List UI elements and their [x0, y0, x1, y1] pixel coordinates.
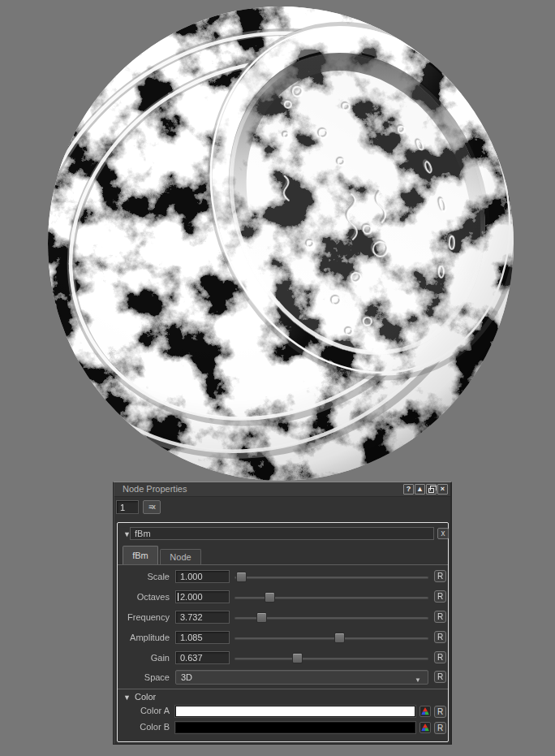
reset-button[interactable]: R: [434, 651, 446, 663]
param-slider[interactable]: [234, 596, 428, 598]
param-row-scale: Scale1.000R: [118, 570, 448, 590]
rgb-triangle-icon: [421, 724, 429, 732]
maximize-button[interactable]: ▲: [415, 484, 425, 495]
float-button[interactable]: [426, 484, 437, 495]
param-value-input[interactable]: 2.000: [175, 590, 230, 603]
param-label: Octaves: [118, 592, 170, 602]
slider-handle[interactable]: [236, 572, 247, 582]
color-picker-button[interactable]: [419, 722, 431, 733]
slider-handle[interactable]: [292, 653, 303, 663]
color-row-a: Color AR: [118, 706, 448, 722]
help-button[interactable]: ?: [403, 484, 414, 495]
param-label: Gain: [118, 653, 170, 663]
param-label: Scale: [118, 572, 170, 581]
param-row-gain: Gain0.637R: [118, 651, 448, 672]
reset-button[interactable]: R: [434, 631, 446, 643]
param-value-input[interactable]: 0.637: [175, 651, 230, 664]
color-section: ▼ Color Color ARColor BR: [118, 689, 448, 741]
param-value: 1.000: [180, 572, 203, 581]
color-row-b: Color BR: [118, 722, 448, 738]
node-name-input[interactable]: [130, 527, 434, 540]
slider-handle[interactable]: [334, 633, 345, 643]
close-button[interactable]: ×: [437, 484, 448, 495]
reset-button[interactable]: R: [434, 590, 446, 603]
tab-fbm[interactable]: fBm: [123, 546, 158, 564]
collapse-arrow-icon[interactable]: ▼: [123, 693, 131, 702]
color-swatch[interactable]: [175, 722, 415, 733]
param-slider[interactable]: [234, 657, 428, 659]
param-value: 2.000: [180, 592, 203, 602]
param-value: 0.637: [180, 653, 203, 663]
param-value-input[interactable]: 3.732: [175, 611, 230, 624]
color-swatch[interactable]: [175, 706, 415, 717]
window-title: Node Properties: [123, 484, 187, 494]
restore-icon: [428, 488, 434, 493]
color-label: Color B: [118, 722, 170, 732]
node-properties-window: Node Properties ?▲× ≡x ▼ x fBmNode Scale…: [113, 482, 452, 745]
param-slider[interactable]: [234, 576, 428, 578]
slider-handle[interactable]: [265, 592, 275, 603]
tab-bar: fBmNode: [118, 546, 448, 564]
slider-handle[interactable]: [256, 612, 267, 623]
reset-button[interactable]: R: [434, 706, 446, 718]
rgb-triangle-icon: [421, 707, 429, 715]
color-picker-button[interactable]: [419, 706, 431, 717]
param-slider[interactable]: [234, 637, 428, 639]
fbm-node-panel: ▼ x fBmNode Scale1.000ROctaves2.000RFreq…: [117, 522, 449, 742]
node-index-input[interactable]: [116, 500, 139, 514]
viewport-background: Node Properties ?▲× ≡x ▼ x fBmNode Scale…: [0, 0, 555, 756]
param-value: 1.085: [180, 633, 203, 642]
param-row-octaves: Octaves2.000R: [118, 590, 448, 611]
param-row-space: Space 3D ▼ R: [118, 670, 448, 690]
param-slider[interactable]: [234, 616, 428, 619]
window-titlebar[interactable]: Node Properties ?▲×: [114, 482, 450, 497]
param-row-amplitude: Amplitude1.085R: [118, 631, 448, 651]
space-dropdown[interactable]: 3D ▼: [175, 670, 428, 685]
reset-button[interactable]: R: [434, 611, 446, 623]
param-label: Space: [118, 672, 170, 682]
text-cursor: [178, 593, 179, 601]
param-label: Frequency: [118, 612, 170, 622]
param-row-frequency: Frequency3.732R: [118, 611, 448, 631]
tab-node[interactable]: Node: [160, 549, 201, 564]
titlebar-buttons: ?▲×: [402, 484, 448, 495]
node-picker-button[interactable]: ≡x: [143, 500, 161, 514]
reset-button[interactable]: R: [434, 671, 446, 683]
reset-button[interactable]: R: [434, 722, 446, 734]
space-dropdown-value: 3D: [181, 672, 192, 682]
reset-button[interactable]: R: [434, 570, 446, 582]
color-section-header: Color: [135, 692, 156, 702]
chevron-down-icon: ▼: [415, 674, 421, 687]
remove-node-button[interactable]: x: [437, 528, 449, 539]
param-value-input[interactable]: 1.085: [175, 631, 230, 644]
param-value-input[interactable]: 1.000: [175, 570, 230, 583]
param-value: 3.732: [180, 612, 203, 622]
param-label: Amplitude: [118, 633, 170, 642]
color-label: Color A: [118, 706, 170, 715]
shader-ball-preview: [0, 0, 555, 487]
